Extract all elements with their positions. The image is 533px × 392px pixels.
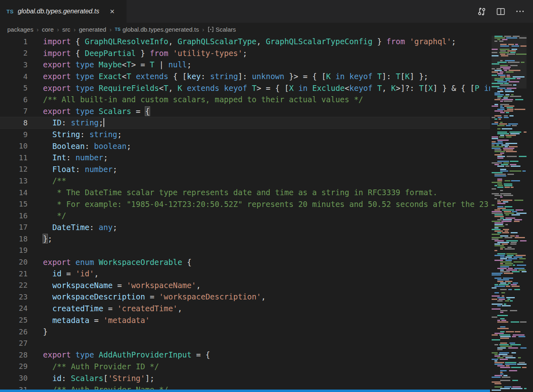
minimap-token xyxy=(498,117,502,118)
code-line[interactable]: 27 xyxy=(0,337,490,349)
code-token xyxy=(94,107,99,116)
line-content: import { DeepPartial } from 'utility-typ… xyxy=(43,49,247,58)
minimap-token xyxy=(505,60,515,61)
minimap-token xyxy=(492,144,494,146)
minimap-token xyxy=(500,60,503,61)
line-content: * The DateTime scalar type represents da… xyxy=(43,188,437,197)
code-line[interactable]: 17 DateTime: any; xyxy=(0,222,490,233)
minimap-token xyxy=(505,89,512,90)
code-line[interactable]: 11 Int: number; xyxy=(0,152,490,164)
minimap-token xyxy=(505,364,516,365)
minimap-token xyxy=(500,318,505,319)
code-line[interactable]: 13 /** xyxy=(0,175,490,187)
code-line[interactable]: 18}; xyxy=(0,233,490,245)
code-token: */ xyxy=(57,211,66,220)
code-token: * The DateTime scalar type represents da… xyxy=(57,188,437,197)
minimap-token xyxy=(507,76,510,78)
breadcrumb-label: generated xyxy=(79,26,106,33)
minimap-token xyxy=(500,331,505,332)
more-actions-icon[interactable] xyxy=(515,6,525,16)
minimap-token xyxy=(505,260,512,261)
code-line[interactable]: 21 id = 'id', xyxy=(0,268,490,280)
code-line[interactable]: 6/** All built-in and custom scalars, ma… xyxy=(0,94,490,106)
code-line[interactable]: 28export type AddAuthProviderInput = { xyxy=(0,349,490,361)
minimap-token xyxy=(494,240,504,241)
code-token xyxy=(372,84,377,93)
breadcrumb-separator: › xyxy=(110,26,112,33)
line-number: 28 xyxy=(0,351,28,359)
code-line[interactable]: 14 * The DateTime scalar type represents… xyxy=(0,187,490,198)
code-line[interactable]: 15 * For example: "1985-04-12T23:20:50.5… xyxy=(0,198,490,210)
breadcrumb-item[interactable]: packages xyxy=(7,26,33,33)
minimap-token xyxy=(492,317,497,318)
code-token: keyof xyxy=(224,84,247,93)
code-token: Int xyxy=(52,153,66,162)
code-line[interactable]: 20export enum WorkspaceOrderable { xyxy=(0,256,490,268)
minimap-token xyxy=(499,299,505,300)
code-token xyxy=(43,316,52,325)
code-token: { [ xyxy=(307,72,326,81)
minimap-token xyxy=(508,62,520,63)
minimap-token xyxy=(497,300,503,302)
minimap-token xyxy=(513,265,515,266)
code-line[interactable]: 5export type RequireFields<T, K extends … xyxy=(0,82,490,94)
code-token: export xyxy=(43,72,71,81)
tab-global-db-types[interactable]: TS global.db.types.generated.ts × xyxy=(0,0,127,23)
vertical-scrollbar[interactable] xyxy=(527,36,533,392)
minimap-token xyxy=(502,128,512,129)
code-line[interactable]: 7export type Scalars = { xyxy=(0,106,490,117)
line-number: 21 xyxy=(0,269,28,278)
minimap-token xyxy=(497,97,501,99)
code-line[interactable]: 4export type Exact<T extends { [key: str… xyxy=(0,71,490,82)
code-line[interactable]: 19 xyxy=(0,245,490,256)
code-line[interactable]: 26} xyxy=(0,326,490,338)
code-line[interactable]: 9 String: string; xyxy=(0,129,490,140)
minimap-token xyxy=(497,201,501,202)
breadcrumb-item[interactable]: TSglobal.db.types.generated.ts xyxy=(115,26,199,33)
code-line[interactable]: 2import { DeepPartial } from 'utility-ty… xyxy=(0,47,490,59)
code-line[interactable]: 25 metadata = 'metadata' xyxy=(0,314,490,326)
minimap-token xyxy=(500,45,509,47)
minimap[interactable] xyxy=(492,36,527,392)
code-token: string xyxy=(71,118,99,127)
minimap-token xyxy=(498,185,503,186)
code-line[interactable]: 23 workspaceDescription = 'workspaceDesc… xyxy=(0,291,490,303)
breadcrumb-item[interactable]: src xyxy=(62,26,70,33)
breadcrumb-item[interactable]: core xyxy=(42,26,54,33)
minimap-token xyxy=(497,219,502,220)
close-icon[interactable]: × xyxy=(110,7,115,15)
minimap-token xyxy=(497,365,505,366)
minimap-token xyxy=(505,300,509,302)
minimap-token xyxy=(501,292,505,293)
code-token: = xyxy=(108,304,112,313)
code-line[interactable]: 24 createdTime = 'createdTime', xyxy=(0,303,490,314)
minimap-token xyxy=(506,112,509,113)
compare-changes-icon[interactable] xyxy=(477,7,486,16)
minimap-token xyxy=(514,219,522,220)
minimap-token xyxy=(492,52,497,53)
minimap-token xyxy=(492,352,498,353)
minimap-token xyxy=(497,183,502,185)
line-number: 24 xyxy=(0,304,28,312)
code-line[interactable]: 10 Boolean: boolean; xyxy=(0,140,490,152)
code-line[interactable]: 3export type Maybe<T> = T | null; xyxy=(0,59,490,71)
code-line[interactable]: 29 /** Auth Provider ID */ xyxy=(0,361,490,373)
minimap-token xyxy=(499,284,509,285)
minimap-token xyxy=(502,243,508,245)
minimap-token xyxy=(505,78,516,79)
code-token: T xyxy=(127,60,131,69)
code-line[interactable]: 8 ID: string; xyxy=(0,117,490,129)
minimap-token xyxy=(514,200,523,201)
code-line[interactable]: 12 Float: number; xyxy=(0,164,490,175)
breadcrumb-item[interactable]: generated xyxy=(79,26,106,33)
minimap-token xyxy=(500,271,510,272)
code-line[interactable]: 1import { GraphQLResolveInfo, GraphQLSca… xyxy=(0,36,490,47)
minimap-token xyxy=(503,229,509,230)
minimap-token xyxy=(505,135,516,136)
split-editor-icon[interactable] xyxy=(496,7,505,16)
minimap-token xyxy=(494,154,502,155)
code-line[interactable]: 30 id: Scalars['String']; xyxy=(0,372,490,384)
code-line[interactable]: 16 */ xyxy=(0,210,490,222)
code-line[interactable]: 22 workspaceName = 'workspaceName', xyxy=(0,279,490,291)
breadcrumb-item[interactable]: Scalars xyxy=(208,26,236,33)
